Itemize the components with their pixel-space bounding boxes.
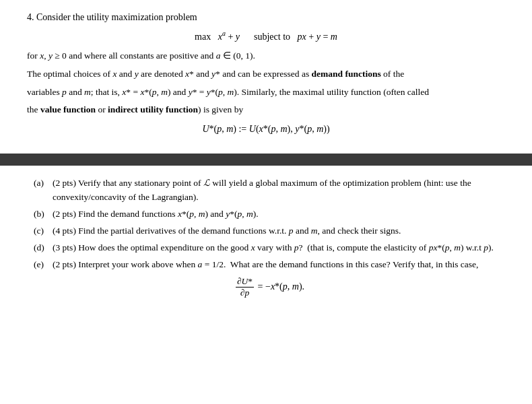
sub-label-a: (a) bbox=[34, 176, 53, 191]
number-label: 4. bbox=[27, 12, 34, 22]
divider-bar bbox=[0, 154, 532, 166]
para3: variables p and m; that is, x* = x*(p, m… bbox=[27, 86, 505, 100]
fraction-denominator: ∂p bbox=[239, 288, 251, 298]
problem-number: 4. Consider the utility maximization pro… bbox=[27, 12, 505, 23]
partial-fraction: ∂U* ∂p bbox=[236, 276, 254, 298]
sub-content-e: (2 pts) Interpret your work above when a… bbox=[53, 258, 505, 272]
sub-item-b: (b) (2 pts) Find the demand functions x*… bbox=[34, 207, 505, 222]
sub-item-c: (c) (4 pts) Find the partial derivatives… bbox=[34, 224, 505, 238]
sub-label-e: (e) bbox=[34, 258, 53, 272]
sub-item-d: (d) (3 pts) How does the optimal expendi… bbox=[34, 241, 505, 255]
sub-content-c: (4 pts) Find the partial derivatives of … bbox=[53, 224, 505, 238]
formula2-display: ∂U* ∂p = −x*(p, m). bbox=[34, 276, 505, 298]
problem-title: Consider the utility maximization proble… bbox=[36, 12, 197, 22]
sub-label-c: (c) bbox=[34, 224, 53, 238]
formula1-display: U*(p, m) := U(x*(p, m), y*(p, m)) bbox=[27, 124, 505, 135]
sub-content-a: (2 pts) Verify that any stationary point… bbox=[53, 176, 505, 205]
sub-label-d: (d) bbox=[34, 241, 53, 255]
bottom-section: (a) (2 pts) Verify that any stationary p… bbox=[0, 166, 532, 404]
para4: the value function or indirect utility f… bbox=[27, 103, 505, 117]
fraction-numerator: ∂U* bbox=[236, 276, 254, 288]
sub-content-b: (2 pts) Find the demand functions x*(p, … bbox=[53, 207, 505, 222]
sub-label-b: (b) bbox=[34, 207, 53, 222]
formula2-rhs: = −x*(p, m). bbox=[258, 281, 304, 292]
sub-item-a: (a) (2 pts) Verify that any stationary p… bbox=[34, 176, 505, 205]
optimization-line: max xa + y subject to px + y = m bbox=[27, 30, 505, 42]
para2: The optimal choices of x and y are denot… bbox=[27, 67, 505, 81]
para1: for x, y ≥ 0 and where all constants are… bbox=[27, 49, 505, 63]
sub-item-e: (e) (2 pts) Interpret your work above wh… bbox=[34, 258, 505, 272]
top-section: 4. Consider the utility maximization pro… bbox=[0, 0, 532, 147]
page: 4. Consider the utility maximization pro… bbox=[0, 0, 532, 404]
sub-content-d: (3 pts) How does the optimal expenditure… bbox=[53, 241, 505, 255]
